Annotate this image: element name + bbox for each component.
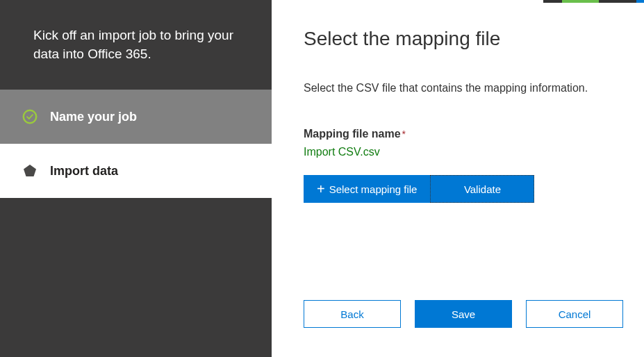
- validate-button[interactable]: Validate: [430, 175, 534, 203]
- instruction-text: Select the CSV file that contains the ma…: [304, 82, 612, 94]
- mapping-file-field: Mapping file name*: [304, 128, 612, 140]
- plus-icon: +: [317, 182, 325, 196]
- field-label: Mapping file name: [304, 128, 401, 140]
- validate-button-label: Validate: [464, 183, 501, 195]
- sidebar-step-import-data[interactable]: Import data: [0, 144, 272, 198]
- pentagon-icon: [22, 163, 38, 178]
- checkmark-circle-icon: [22, 109, 38, 124]
- required-indicator: *: [402, 128, 406, 140]
- file-action-row: + Select mapping file Validate: [304, 175, 612, 203]
- main-panel: Select the mapping file Select the CSV f…: [272, 0, 644, 357]
- sidebar-step-label: Import data: [50, 164, 118, 178]
- top-color-strip: [543, 0, 644, 3]
- back-button[interactable]: Back: [304, 300, 401, 328]
- cancel-button[interactable]: Cancel: [526, 300, 623, 328]
- sidebar-intro-text: Kick off an import job to bring your dat…: [0, 0, 272, 90]
- select-mapping-file-label: Select mapping file: [329, 183, 418, 195]
- selected-file-name: Import CSV.csv: [304, 146, 612, 158]
- save-button[interactable]: Save: [415, 300, 512, 328]
- svg-point-1: [24, 111, 35, 122]
- page-title: Select the mapping file: [304, 28, 612, 50]
- sidebar-step-label: Name your job: [50, 110, 137, 124]
- sidebar-step-name-job[interactable]: Name your job: [0, 90, 272, 144]
- footer-button-row: Back Save Cancel: [304, 300, 623, 328]
- select-mapping-file-button[interactable]: + Select mapping file: [304, 175, 430, 203]
- sidebar-fill: [0, 198, 272, 357]
- wizard-sidebar: Kick off an import job to bring your dat…: [0, 0, 272, 357]
